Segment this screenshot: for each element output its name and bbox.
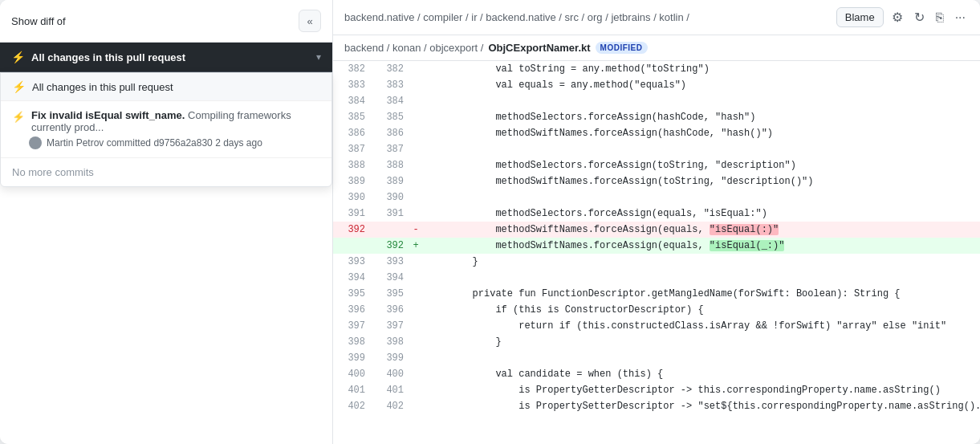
diff-marker bbox=[410, 334, 421, 350]
line-num-old: 392 bbox=[333, 222, 372, 238]
line-num-new: 384 bbox=[372, 93, 410, 109]
diff-marker bbox=[410, 206, 421, 222]
line-num-old: 383 bbox=[333, 77, 372, 93]
diff-marker bbox=[410, 286, 421, 302]
diff-marker bbox=[410, 270, 421, 286]
diff-selector[interactable]: ⚡ All changes in this pull request ▾ bbox=[0, 43, 332, 72]
line-num-new: 392 bbox=[372, 238, 410, 254]
file-actions: Blame ⚙ ↻ ⎘ ··· bbox=[836, 6, 969, 28]
diff-marker bbox=[410, 61, 421, 77]
line-num-old: 393 bbox=[333, 254, 372, 270]
line-num-new: 397 bbox=[372, 318, 410, 334]
line-num-new: 400 bbox=[372, 366, 410, 382]
line-num-old: 398 bbox=[333, 334, 372, 350]
line-code bbox=[421, 270, 980, 286]
line-num-old: 382 bbox=[333, 61, 372, 77]
line-code: } bbox=[421, 334, 980, 350]
line-code: methodSwiftNames.forceAssign(equals, "is… bbox=[421, 238, 980, 254]
line-num-old: 396 bbox=[333, 302, 372, 318]
copy-icon-button[interactable]: ⎘ bbox=[933, 7, 947, 28]
dropdown-item-label: All changes in this pull request bbox=[32, 81, 173, 93]
file-header-bottom: backend / konan / objcexport / ObjCExpor… bbox=[333, 35, 980, 61]
right-panel: backend.native / compiler / ir / backend… bbox=[333, 0, 980, 444]
left-panel: Show diff of « ⚡ All changes in this pul… bbox=[0, 0, 333, 444]
line-num-old: 384 bbox=[333, 93, 372, 109]
diff-marker bbox=[410, 318, 421, 334]
diff-marker bbox=[410, 141, 421, 157]
diff-marker bbox=[410, 350, 421, 366]
line-num-old: 399 bbox=[333, 350, 372, 366]
commit-title: Fix invalid isEqual swift_name. Compilin… bbox=[31, 109, 320, 133]
diff-marker bbox=[410, 157, 421, 173]
file-name: ObjCExportNamer.kt bbox=[488, 42, 590, 54]
diff-selector-label: All changes in this pull request bbox=[31, 51, 185, 63]
line-num-old bbox=[333, 238, 372, 254]
line-num-new: 399 bbox=[372, 350, 410, 366]
refresh-icon-button[interactable]: ↻ bbox=[911, 6, 928, 28]
line-code bbox=[421, 93, 980, 109]
show-diff-label: Show diff of bbox=[11, 15, 66, 27]
line-code: if (this is ConstructorDescriptor) { bbox=[421, 302, 980, 318]
line-num-old: 388 bbox=[333, 157, 372, 173]
commit-meta-text: Martin Petrov committed d9756a2a830 2 da… bbox=[47, 137, 262, 149]
line-num-old: 385 bbox=[333, 109, 372, 125]
line-num-new: 398 bbox=[372, 334, 410, 350]
diff-marker bbox=[410, 398, 421, 414]
line-num-old: 386 bbox=[333, 125, 372, 141]
line-num-new: 382 bbox=[372, 61, 410, 77]
commit-hash: d9756a2a830 bbox=[153, 137, 212, 149]
line-code: val equals = any.method("equals") bbox=[421, 77, 980, 93]
avatar bbox=[29, 136, 42, 149]
line-num-old: 387 bbox=[333, 141, 372, 157]
diff-marker bbox=[410, 109, 421, 125]
chevron-down-icon: ▾ bbox=[316, 51, 321, 63]
commit-item-0[interactable]: ⚡ Fix invalid isEqual swift_name. Compil… bbox=[1, 101, 331, 158]
dropdown-list: ⚡ All changes in this pull request ⚡ Fix… bbox=[0, 72, 332, 187]
line-code: return if (this.constructedClass.isArray… bbox=[421, 318, 980, 334]
dropdown-item-all-changes[interactable]: ⚡ All changes in this pull request bbox=[1, 73, 331, 101]
line-num-old: 397 bbox=[333, 318, 372, 334]
collapse-icon: « bbox=[307, 15, 312, 27]
line-num-old: 390 bbox=[333, 189, 372, 206]
line-code: methodSwiftNames.forceAssign(hashCode, "… bbox=[421, 125, 980, 141]
blame-button[interactable]: Blame bbox=[836, 7, 884, 27]
line-num-new: 385 bbox=[372, 109, 410, 125]
line-num-new: 394 bbox=[372, 270, 410, 286]
line-num-new: 390 bbox=[372, 189, 410, 206]
line-num-old: 401 bbox=[333, 382, 372, 398]
line-code: private fun FunctionDescriptor.getMangle… bbox=[421, 286, 980, 302]
settings-icon-button[interactable]: ⚙ bbox=[889, 6, 906, 28]
line-num-new: 393 bbox=[372, 254, 410, 270]
diff-marker bbox=[410, 125, 421, 141]
diff-marker bbox=[410, 366, 421, 382]
line-num-old: 391 bbox=[333, 206, 372, 222]
commit-time: 2 days ago bbox=[215, 137, 262, 149]
diff-marker bbox=[410, 382, 421, 398]
collapse-button[interactable]: « bbox=[299, 10, 321, 32]
breadcrumb-bottom: backend / konan / objcexport / bbox=[344, 42, 483, 54]
line-code: methodSwiftNames.forceAssign(toString, "… bbox=[421, 173, 980, 189]
line-num-new: 388 bbox=[372, 157, 410, 173]
line-code: is PropertySetterDescriptor -> "set${thi… bbox=[421, 398, 980, 414]
line-code: is PropertyGetterDescriptor -> this.corr… bbox=[421, 382, 980, 398]
line-num-new: 401 bbox=[372, 382, 410, 398]
line-code bbox=[421, 141, 980, 157]
file-header-top: backend.native / compiler / ir / backend… bbox=[333, 0, 980, 35]
line-num-new: 396 bbox=[372, 302, 410, 318]
line-code: val candidate = when (this) { bbox=[421, 366, 980, 382]
line-num-new: 389 bbox=[372, 173, 410, 189]
line-num-old: 402 bbox=[333, 398, 372, 414]
breadcrumb-top: backend.native / compiler / ir / backend… bbox=[344, 11, 689, 23]
line-num-new: 395 bbox=[372, 286, 410, 302]
diff-marker bbox=[410, 93, 421, 109]
left-header: Show diff of « bbox=[0, 0, 332, 43]
diff-marker: - bbox=[410, 222, 421, 238]
no-more-commits: No more commits bbox=[1, 158, 331, 186]
diff-icon: ⚡ bbox=[11, 51, 25, 63]
more-icon-button[interactable]: ··· bbox=[952, 7, 969, 28]
diff-marker: + bbox=[410, 238, 421, 254]
line-num-new: 391 bbox=[372, 206, 410, 222]
code-area[interactable]: 382382 val toString = any.method("toStri… bbox=[333, 61, 980, 444]
diff-marker bbox=[410, 254, 421, 270]
line-num-old: 389 bbox=[333, 173, 372, 189]
